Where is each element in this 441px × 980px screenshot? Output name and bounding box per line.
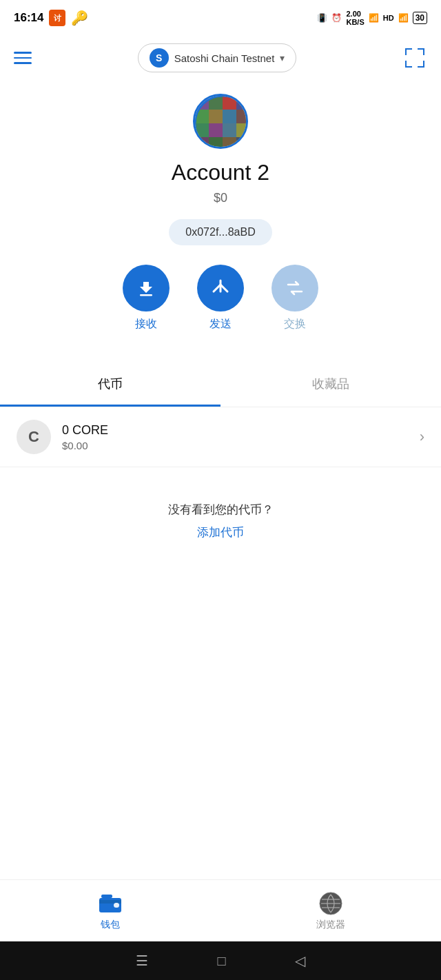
- svg-rect-5: [405, 61, 407, 68]
- header: S Satoshi Chain Testnet ▾: [0, 36, 441, 80]
- svg-rect-19: [223, 123, 236, 137]
- menu-button[interactable]: [14, 52, 32, 64]
- receive-label: 接收: [135, 317, 157, 331]
- account-balance: $0: [214, 191, 227, 205]
- token-row[interactable]: C 0 CORE $0.00 ›: [0, 407, 441, 467]
- svg-rect-18: [209, 123, 223, 137]
- notification-icon: 讨: [49, 10, 65, 26]
- android-home-icon[interactable]: □: [217, 953, 225, 969]
- svg-rect-16: [236, 110, 248, 123]
- address-pill[interactable]: 0x072f...8aBD: [169, 219, 271, 245]
- send-button[interactable]: [197, 265, 244, 312]
- nav-browser[interactable]: 浏览器: [220, 884, 441, 938]
- svg-rect-11: [223, 96, 236, 110]
- alarm-icon: ⏰: [331, 13, 342, 23]
- svg-rect-20: [236, 123, 248, 137]
- svg-rect-23: [223, 137, 236, 149]
- status-left: 16:14 讨 🔑: [14, 10, 88, 26]
- browser-icon: [318, 891, 343, 916]
- android-back-icon[interactable]: ☰: [136, 952, 148, 969]
- svg-rect-21: [195, 137, 209, 149]
- browser-label: 浏览器: [316, 919, 345, 931]
- wallet-label: 钱包: [101, 919, 120, 931]
- network-selector[interactable]: S Satoshi Chain Testnet ▾: [138, 43, 297, 72]
- svg-rect-29: [99, 900, 121, 904]
- network-name: Satoshi Chain Testnet: [174, 52, 275, 64]
- token-chevron-icon: ›: [420, 428, 424, 446]
- status-bar: 16:14 讨 🔑 📳 ⏰ 2.00KB/S 📶 HD 📶 30: [0, 0, 441, 36]
- receive-icon: [136, 278, 156, 298]
- tab-tokens[interactable]: 代币: [0, 363, 220, 407]
- svg-rect-31: [101, 895, 112, 898]
- svg-rect-7: [423, 61, 424, 68]
- chevron-down-icon: ▾: [280, 52, 285, 63]
- svg-rect-3: [423, 48, 424, 55]
- account-section: Account 2 $0 0x072f...8aBD 接收 发送: [0, 80, 441, 363]
- vibrate-icon: 📳: [317, 13, 327, 23]
- svg-rect-1: [405, 48, 407, 55]
- swap-action: 交换: [271, 265, 318, 331]
- token-list: C 0 CORE $0.00 ›: [0, 407, 441, 467]
- scan-icon: [404, 47, 426, 69]
- svg-rect-15: [223, 110, 236, 123]
- empty-state: 没有看到您的代币？ 添加代币: [0, 467, 441, 561]
- svg-rect-30: [114, 903, 119, 908]
- empty-state-prompt: 没有看到您的代币？: [168, 502, 274, 518]
- account-avatar: [193, 94, 248, 149]
- send-icon: [210, 278, 231, 298]
- svg-rect-26: [140, 294, 152, 296]
- scan-button[interactable]: [402, 45, 427, 70]
- token-name-core: 0 CORE: [62, 423, 420, 438]
- tab-collectibles[interactable]: 收藏品: [220, 363, 441, 407]
- svg-rect-14: [209, 110, 223, 123]
- token-info-core: 0 CORE $0.00: [62, 423, 420, 451]
- hd-badge: HD: [383, 14, 394, 22]
- tabs: 代币 收藏品: [0, 363, 441, 407]
- svg-rect-17: [195, 123, 209, 137]
- account-name: Account 2: [172, 160, 269, 185]
- svg-rect-22: [209, 137, 223, 149]
- token-usd-core: $0.00: [62, 440, 420, 451]
- add-token-link[interactable]: 添加代币: [197, 524, 244, 540]
- svg-rect-9: [195, 96, 209, 110]
- key-icon: 🔑: [71, 10, 88, 26]
- receive-action: 接收: [123, 265, 170, 331]
- wifi-icon: 📶: [369, 13, 379, 23]
- svg-rect-12: [236, 96, 248, 110]
- android-recents-icon[interactable]: ◁: [295, 952, 305, 969]
- swap-icon: [285, 278, 305, 298]
- android-nav-bar: ☰ □ ◁: [0, 941, 441, 980]
- status-time: 16:14: [14, 11, 43, 25]
- action-buttons: 接收 发送 交换: [123, 265, 318, 331]
- nav-wallet[interactable]: 钱包: [0, 884, 220, 938]
- token-icon-core: C: [17, 420, 51, 454]
- speed-indicator: 2.00KB/S: [346, 10, 364, 26]
- wallet-icon: [98, 891, 123, 916]
- swap-label: 交换: [284, 317, 306, 331]
- signal-icon: 📶: [398, 13, 409, 23]
- swap-button[interactable]: [271, 265, 318, 312]
- receive-button[interactable]: [123, 265, 170, 312]
- battery-indicator: 30: [413, 12, 427, 24]
- network-icon: S: [150, 48, 169, 68]
- status-right: 📳 ⏰ 2.00KB/S 📶 HD 📶 30: [317, 10, 427, 26]
- send-label: 发送: [209, 317, 232, 331]
- send-action: 发送: [197, 265, 244, 331]
- svg-rect-24: [236, 137, 248, 149]
- bottom-nav: 钱包 浏览器: [0, 879, 441, 941]
